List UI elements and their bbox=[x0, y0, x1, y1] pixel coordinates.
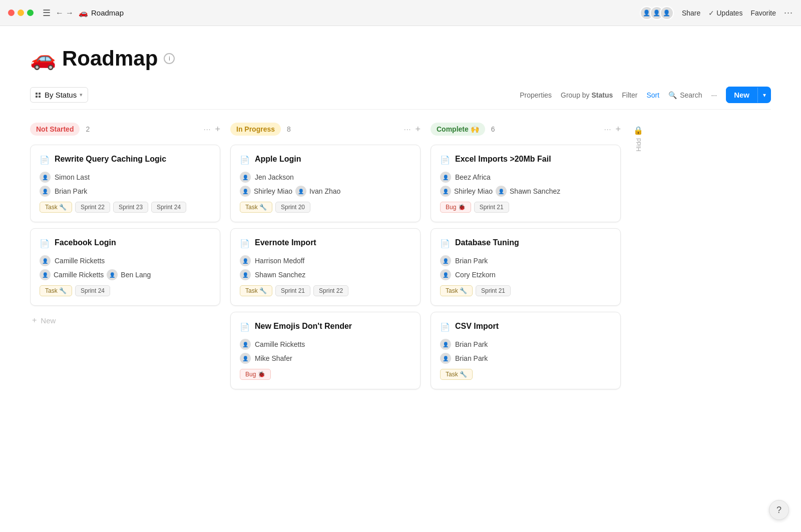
sprint-tag[interactable]: Sprint 21 bbox=[275, 285, 310, 296]
avatar: 👤 bbox=[440, 339, 451, 350]
person-name: Ben Lang bbox=[121, 271, 151, 279]
card-doc-icon: 📄 bbox=[440, 322, 450, 332]
tag[interactable]: Bug 🐞 bbox=[440, 202, 471, 213]
col-more-icon[interactable]: ··· bbox=[404, 125, 412, 133]
col-add-icon[interactable]: + bbox=[615, 124, 621, 135]
plus-icon: + bbox=[32, 316, 37, 325]
card[interactable]: 📄 Excel Imports >20Mb Fail 👤Beez Africa👤… bbox=[431, 145, 621, 222]
person-name: Shirley Miao bbox=[254, 187, 292, 195]
tag[interactable]: Task 🔧 bbox=[40, 285, 72, 296]
tag[interactable]: Task 🔧 bbox=[240, 285, 272, 296]
col-add-icon[interactable]: + bbox=[415, 124, 421, 135]
col-actions-not-started[interactable]: ··· + bbox=[204, 124, 220, 135]
card[interactable]: 📄 CSV Import 👤Brian Park👤Brian ParkTask … bbox=[431, 312, 621, 389]
person-name: Cory Etzkorn bbox=[455, 271, 496, 279]
avatar-3: 👤 bbox=[660, 6, 674, 20]
more-actions-button[interactable]: ··· bbox=[711, 91, 717, 99]
card-name: Evernote Import bbox=[255, 238, 316, 248]
avatar: 👤 bbox=[496, 186, 507, 197]
card-doc-icon: 📄 bbox=[240, 239, 250, 248]
card-tags: Bug 🐞Sprint 21 bbox=[440, 202, 611, 213]
help-button[interactable]: ? bbox=[769, 500, 789, 520]
card[interactable]: 📄 Facebook Login 👤Camille Ricketts👤Camil… bbox=[30, 228, 220, 306]
card-person: 👤Simon Last bbox=[40, 172, 211, 183]
close-button[interactable] bbox=[8, 10, 15, 16]
new-item-button[interactable]: +New bbox=[30, 312, 220, 329]
card-doc-icon: 📄 bbox=[40, 239, 50, 248]
card[interactable]: 📄 Evernote Import 👤Harrison Medoff👤Shawn… bbox=[230, 228, 421, 306]
favorite-button[interactable]: Favorite bbox=[750, 9, 776, 17]
sprint-tag[interactable]: Sprint 24 bbox=[75, 285, 110, 296]
sprint-tag[interactable]: Sprint 22 bbox=[313, 285, 348, 296]
person-name: Camille Ricketts bbox=[54, 271, 104, 279]
avatar: 👤 bbox=[240, 255, 251, 266]
hidden-column: 🔒 Hidd bbox=[631, 120, 646, 530]
col-add-icon[interactable]: + bbox=[215, 124, 220, 135]
card-title-area: 📄 Facebook Login bbox=[40, 238, 211, 248]
sort-button[interactable]: Sort bbox=[646, 91, 659, 99]
info-icon[interactable]: i bbox=[164, 53, 175, 64]
properties-button[interactable]: Properties bbox=[520, 91, 552, 99]
card-tags: Task 🔧 bbox=[440, 369, 611, 380]
maximize-button[interactable] bbox=[27, 10, 34, 16]
sprint-tag[interactable]: Sprint 21 bbox=[474, 202, 509, 213]
card-tags: Task 🔧Sprint 21 bbox=[440, 285, 611, 296]
forward-arrow[interactable]: → bbox=[66, 9, 74, 18]
column-header-complete: Complete 🙌 6 ··· + bbox=[431, 120, 621, 139]
menu-icon[interactable]: ☰ bbox=[43, 8, 51, 19]
card-name: Excel Imports >20Mb Fail bbox=[455, 154, 551, 165]
person-name: Brian Park bbox=[55, 187, 87, 195]
window-title: 🚗 Roadmap bbox=[79, 9, 124, 18]
sprint-tag[interactable]: Sprint 23 bbox=[113, 202, 148, 213]
card[interactable]: 📄 Database Tuning 👤Brian Park👤Cory Etzko… bbox=[431, 228, 621, 306]
filter-button[interactable]: Filter bbox=[622, 91, 637, 99]
titlebar-right: 👤 👤 👤 Share ✓ Updates Favorite ··· bbox=[640, 6, 793, 20]
minimize-button[interactable] bbox=[18, 10, 24, 16]
avatar: 👤 bbox=[240, 339, 251, 350]
status-badge-not-started: Not Started bbox=[30, 123, 80, 136]
card-title-area: 📄 Apple Login bbox=[240, 154, 411, 165]
tag[interactable]: Task 🔧 bbox=[440, 285, 473, 296]
sprint-tag[interactable]: Sprint 21 bbox=[476, 285, 511, 296]
view-selector[interactable]: By Status ▾ bbox=[30, 87, 88, 103]
avatar: 👤 bbox=[240, 186, 251, 197]
person-name: Harrison Medoff bbox=[255, 257, 304, 265]
person-name: Camille Ricketts bbox=[55, 257, 105, 265]
card-title-area: 📄 Excel Imports >20Mb Fail bbox=[440, 154, 611, 165]
card[interactable]: 📄 New Emojis Don't Render 👤Camille Ricke… bbox=[230, 312, 421, 389]
card-doc-icon: 📄 bbox=[240, 322, 250, 332]
tag[interactable]: Task 🔧 bbox=[240, 202, 272, 213]
avatar: 👤 bbox=[40, 186, 51, 197]
tag[interactable]: Task 🔧 bbox=[40, 202, 72, 213]
back-arrow[interactable]: ← bbox=[56, 9, 64, 18]
collaborators-avatars: 👤 👤 👤 bbox=[640, 6, 674, 20]
card-person: 👤Brian Park bbox=[440, 255, 611, 266]
card-person: 👤Mike Shafer bbox=[240, 353, 411, 364]
card-person: 👤Brian Park bbox=[40, 186, 211, 197]
nav-arrows: ← → bbox=[56, 9, 74, 18]
card-name: Apple Login bbox=[255, 154, 301, 165]
col-more-icon[interactable]: ··· bbox=[204, 125, 211, 133]
more-options-button[interactable]: ··· bbox=[784, 8, 793, 18]
card-person: 👤Cory Etzkorn bbox=[440, 269, 611, 280]
col-more-icon[interactable]: ··· bbox=[604, 125, 612, 133]
new-button[interactable]: New bbox=[726, 87, 757, 103]
sprint-tag[interactable]: Sprint 24 bbox=[151, 202, 186, 213]
person-name: Ivan Zhao bbox=[309, 187, 340, 195]
toolbar: By Status ▾ Properties Group by Status F… bbox=[30, 87, 771, 110]
sprint-tag[interactable]: Sprint 20 bbox=[275, 202, 310, 213]
share-button[interactable]: Share bbox=[682, 9, 700, 17]
card[interactable]: 📄 Rewrite Query Caching Logic 👤Simon Las… bbox=[30, 145, 220, 222]
view-label: By Status bbox=[45, 91, 77, 99]
col-actions-in-progress[interactable]: ··· + bbox=[404, 124, 421, 135]
col-count-complete: 6 bbox=[491, 125, 495, 133]
updates-button[interactable]: ✓ Updates bbox=[708, 9, 742, 17]
tag[interactable]: Bug 🐞 bbox=[240, 369, 271, 380]
search-button[interactable]: 🔍 Search bbox=[668, 91, 702, 99]
card[interactable]: 📄 Apple Login 👤Jen Jackson👤Shirley Miao👤… bbox=[230, 145, 421, 222]
col-actions-complete[interactable]: ··· + bbox=[604, 124, 621, 135]
card-person: 👤Jen Jackson bbox=[240, 172, 411, 183]
tag[interactable]: Task 🔧 bbox=[440, 369, 473, 380]
new-button-dropdown[interactable]: ▾ bbox=[757, 88, 771, 103]
sprint-tag[interactable]: Sprint 22 bbox=[75, 202, 110, 213]
